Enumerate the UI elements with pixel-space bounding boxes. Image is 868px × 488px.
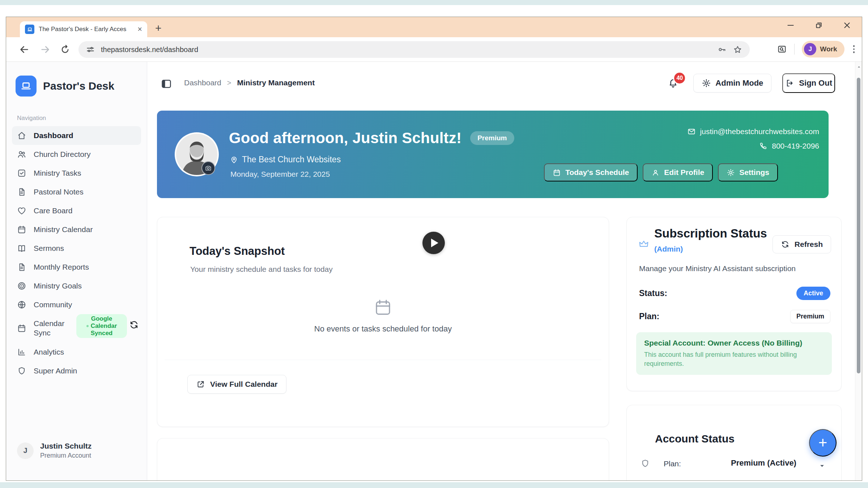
hero-actions: Today's Schedule Edit Profile Settings (544, 163, 778, 181)
user-plan: Premium Account (40, 452, 92, 459)
google-calendar-synced-badge: Google Calendar Synced (76, 314, 127, 338)
tab-search-icon[interactable] (777, 44, 787, 54)
sidebar-item-dashboard[interactable]: Dashboard (12, 126, 141, 145)
mail-icon (687, 127, 696, 136)
notifications-button[interactable]: 40 (667, 77, 682, 89)
admin-tag: (Admin) (654, 245, 683, 253)
brand-logo-icon (16, 76, 37, 97)
sign-out-icon (785, 78, 795, 88)
back-button[interactable] (18, 44, 30, 55)
sign-out-button[interactable]: Sign Out (782, 73, 835, 93)
breadcrumb-separator: > (227, 79, 231, 87)
scrollbar-thumb[interactable] (857, 78, 860, 373)
reload-button[interactable] (60, 44, 71, 55)
divider (165, 360, 601, 360)
sidebar-item-care-board[interactable]: Care Board (12, 201, 141, 220)
profile-photo[interactable] (175, 132, 219, 176)
external-link-icon (196, 380, 205, 389)
brand-name: Pastor's Desk (43, 80, 114, 92)
minimize-button[interactable] (786, 21, 795, 30)
sidebar-nav: Dashboard Church Directory Ministry Task… (6, 126, 147, 380)
restore-button[interactable] (814, 21, 824, 30)
snapshot-empty-state: No events or tasks scheduled for today (157, 297, 609, 334)
sidebar-item-sermons[interactable]: Sermons (12, 239, 141, 258)
browser-profile-chip[interactable]: J Work (802, 41, 844, 57)
bar-chart-icon (17, 347, 26, 357)
todays-schedule-button[interactable]: Today's Schedule (544, 163, 638, 181)
browser-menu-icon[interactable] (852, 44, 856, 55)
sidebar-item-pastoral-notes[interactable]: Pastoral Notes (12, 183, 141, 201)
browser-tab[interactable]: The Pastor's Desk - Early Acces × (20, 21, 147, 37)
url-text[interactable]: thepastorsdesk.net/dashboard (101, 46, 712, 54)
profile-label: Work (820, 45, 837, 53)
lower-card-partial (157, 438, 609, 480)
refresh-button[interactable]: Refresh (773, 235, 831, 253)
browser-tab-strip: The Pastor's Desk - Early Acces × + (6, 17, 862, 37)
globe-icon (17, 300, 26, 309)
crown-icon (638, 239, 649, 250)
plan-premium-badge: Premium (790, 310, 830, 323)
breadcrumb-page: Ministry Management (237, 78, 315, 87)
tab-close-icon[interactable]: × (137, 25, 142, 33)
password-key-icon[interactable] (718, 45, 727, 54)
snapshot-subtitle: Your ministry schedule and tasks for tod… (190, 265, 333, 274)
sidebar-item-analytics[interactable]: Analytics (12, 343, 141, 361)
forward-button[interactable] (39, 44, 51, 55)
sidebar-item-ministry-calendar[interactable]: Ministry Calendar (12, 220, 141, 239)
header-actions: 40 Admin Mode Sign Out (667, 73, 835, 93)
target-icon (17, 281, 26, 291)
people-icon (17, 150, 26, 159)
window-controls (786, 21, 852, 30)
shield-icon (17, 366, 26, 376)
sidebar: Pastor's Desk Navigation Dashboard Churc… (6, 62, 147, 480)
user-name: Justin Schultz (40, 442, 92, 450)
sidebar-item-calendar-sync[interactable]: Calendar Sync Google Calendar Synced (12, 314, 141, 343)
calendar-icon (553, 168, 561, 177)
settings-button[interactable]: Settings (718, 163, 778, 181)
sidebar-item-ministry-goals[interactable]: Ministry Goals (12, 277, 141, 295)
url-bar[interactable]: thepastorsdesk.net/dashboard (78, 41, 750, 58)
sync-refresh-icon[interactable] (129, 320, 139, 330)
sidebar-user[interactable]: J Justin Schultz Premium Account (6, 433, 147, 480)
new-tab-button[interactable]: + (155, 23, 162, 34)
admin-mode-button[interactable]: Admin Mode (693, 74, 771, 93)
floating-add-button[interactable]: + (809, 429, 837, 457)
bookmark-star-icon[interactable] (733, 45, 743, 55)
todays-snapshot-card: Today's Snapshot Your ministry schedule … (157, 217, 609, 427)
sidebar-item-church-directory[interactable]: Church Directory (12, 145, 141, 164)
shield-icon (641, 459, 650, 468)
sidebar-item-super-admin[interactable]: Super Admin (12, 361, 141, 380)
contact-info: justin@thebestchurchwebsites.com 800-419… (687, 127, 819, 150)
church-name-row: The Best Church Websites (230, 155, 341, 164)
email-row: justin@thebestchurchwebsites.com (687, 127, 819, 136)
notification-count-badge: 40 (673, 72, 686, 85)
view-full-calendar-button[interactable]: View Full Calendar (187, 375, 286, 394)
breadcrumb: Dashboard > Ministry Management (184, 78, 315, 87)
frame-strip-top (0, 0, 868, 5)
site-favicon-icon (25, 25, 34, 34)
breadcrumb-dashboard[interactable]: Dashboard (184, 78, 221, 87)
location-pin-icon (230, 155, 238, 164)
welcome-banner: Good afternoon, Justin Schultz! Premium … (157, 111, 829, 198)
scroll-down-icon[interactable] (818, 462, 826, 470)
calendar-icon (17, 225, 26, 234)
premium-badge: Premium (470, 131, 514, 145)
change-photo-camera-icon[interactable] (201, 161, 215, 175)
sidebar-toggle-icon[interactable] (160, 78, 173, 90)
sidebar-item-ministry-tasks[interactable]: Ministry Tasks (12, 164, 141, 183)
page-scrollbar[interactable] (855, 62, 862, 480)
site-settings-icon[interactable] (86, 45, 95, 54)
main-area: Dashboard > Ministry Management 40 Admin… (147, 62, 862, 480)
status-row: Status: Active (639, 287, 830, 300)
scrollbar-up-arrow[interactable] (857, 65, 861, 69)
phone-row: 800-419-2096 (759, 142, 819, 150)
close-button[interactable] (842, 21, 852, 30)
edit-profile-button[interactable]: Edit Profile (643, 163, 713, 181)
plan-row: Plan: Premium (639, 310, 830, 323)
sidebar-item-community[interactable]: Community (12, 295, 141, 314)
video-play-button[interactable] (422, 232, 445, 254)
account-plan-label: Plan: (664, 459, 681, 468)
sidebar-item-monthly-reports[interactable]: Monthly Reports (12, 258, 141, 277)
report-icon (17, 262, 26, 272)
gear-icon (702, 78, 711, 88)
